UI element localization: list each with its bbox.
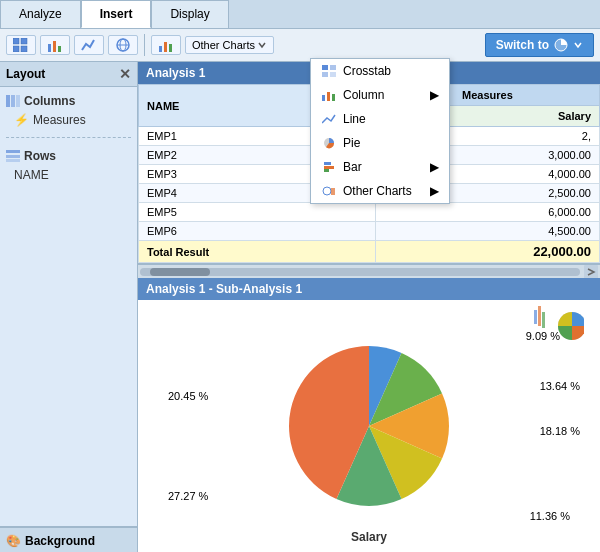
menu-label-other-charts: Other Charts bbox=[343, 184, 412, 198]
background-section-title: 🎨 Background bbox=[6, 534, 131, 548]
pie-chart-icon-menu bbox=[321, 135, 337, 151]
name-row-item[interactable]: NAME bbox=[6, 166, 131, 184]
label-9.09-text: 9.09 % bbox=[526, 330, 560, 342]
label-13.64: 13.64 % bbox=[540, 380, 580, 392]
line-chart-button[interactable] bbox=[74, 35, 104, 55]
scroll-right-button[interactable] bbox=[584, 265, 598, 279]
other-charts-label: Other Charts bbox=[192, 39, 255, 51]
grid-chart-button[interactable] bbox=[6, 35, 36, 55]
toolbar: Other Charts Switch to bbox=[0, 29, 600, 62]
svg-rect-16 bbox=[322, 72, 328, 77]
layout-title: Layout bbox=[6, 67, 45, 81]
separator bbox=[144, 34, 145, 56]
other-charts-button[interactable]: Other Charts bbox=[185, 36, 274, 54]
svg-rect-36 bbox=[538, 306, 541, 326]
menu-label-bar: Bar bbox=[343, 160, 362, 174]
menu-item-other-charts[interactable]: Other Charts ▶ bbox=[311, 179, 449, 203]
svg-rect-12 bbox=[169, 44, 172, 52]
label-9.09: 9.09 % bbox=[526, 330, 560, 342]
table-row: EMP6 4,500.00 bbox=[139, 222, 600, 241]
pie-chart-container: 9.09 % 13.64 % 18.18 % 11.36 % 27.27 % bbox=[148, 330, 590, 522]
total-row: Total Result 22,000.00 bbox=[139, 241, 600, 263]
toolbar-tabs: Analyze Insert Display bbox=[0, 0, 600, 29]
scrollbar-track bbox=[140, 268, 580, 276]
pie-chart-svg bbox=[289, 346, 449, 506]
svg-rect-33 bbox=[584, 265, 598, 279]
svg-rect-23 bbox=[324, 166, 334, 169]
label-11.36: 11.36 % bbox=[530, 510, 570, 522]
menu-item-pie[interactable]: Pie bbox=[311, 131, 449, 155]
menu-label-column: Column bbox=[343, 88, 384, 102]
sub-analysis-header: Analysis 1 - Sub-Analysis 1 bbox=[138, 278, 600, 300]
rows-section: Rows NAME bbox=[0, 142, 137, 188]
svg-rect-20 bbox=[332, 94, 335, 101]
crosstab-icon bbox=[321, 63, 337, 79]
menu-label-crosstab: Crosstab bbox=[343, 64, 391, 78]
svg-rect-27 bbox=[6, 95, 10, 107]
svg-rect-4 bbox=[48, 44, 51, 52]
background-section: 🎨 Background bbox=[0, 526, 137, 552]
svg-rect-30 bbox=[6, 150, 20, 153]
label-20.45: 20.45 % bbox=[168, 390, 208, 402]
horizontal-scrollbar[interactable] bbox=[138, 264, 600, 278]
svg-rect-14 bbox=[322, 65, 328, 70]
svg-rect-28 bbox=[11, 95, 15, 107]
svg-rect-10 bbox=[159, 46, 162, 52]
column-chart-icon-menu bbox=[321, 87, 337, 103]
other-charts-icon-menu bbox=[321, 183, 337, 199]
other-charts-submenu-arrow: ▶ bbox=[430, 184, 439, 198]
menu-item-column[interactable]: Column ▶ bbox=[311, 83, 449, 107]
tab-analyze[interactable]: Analyze bbox=[0, 0, 81, 28]
columns-section-title: Columns bbox=[6, 91, 131, 111]
total-value: 22,000.00 bbox=[375, 241, 599, 263]
menu-label-pie: Pie bbox=[343, 136, 360, 150]
bar-chart-icon-menu bbox=[321, 159, 337, 175]
svg-rect-26 bbox=[331, 188, 335, 195]
label-13.64-text: 13.64 % bbox=[540, 380, 580, 392]
pie-chart-mini-icon bbox=[553, 38, 569, 52]
svg-point-25 bbox=[323, 187, 331, 195]
menu-item-bar[interactable]: Bar ▶ bbox=[311, 155, 449, 179]
total-label: Total Result bbox=[139, 241, 376, 263]
layout-close-button[interactable]: ✕ bbox=[119, 66, 131, 82]
layout-panel: Layout ✕ Columns ⚡ Measures bbox=[0, 62, 138, 552]
menu-label-line: Line bbox=[343, 112, 366, 126]
line-chart-icon-menu bbox=[321, 111, 337, 127]
background-label: Background bbox=[25, 534, 95, 548]
column-chart-button[interactable] bbox=[151, 35, 181, 55]
scrollbar-thumb[interactable] bbox=[150, 268, 210, 276]
switch-to-button[interactable]: Switch to bbox=[485, 33, 594, 57]
emp5-salary: 6,000.00 bbox=[375, 203, 599, 222]
columns-title: Columns bbox=[24, 94, 75, 108]
measures-item[interactable]: ⚡ Measures bbox=[6, 111, 131, 129]
menu-item-crosstab[interactable]: Crosstab bbox=[311, 59, 449, 83]
svg-rect-31 bbox=[6, 155, 20, 158]
label-27.27-text: 27.27 % bbox=[168, 490, 208, 502]
tab-display[interactable]: Display bbox=[151, 0, 228, 28]
line-chart-icon bbox=[81, 38, 97, 52]
bar-chart-button[interactable] bbox=[40, 35, 70, 55]
globe-button[interactable] bbox=[108, 35, 138, 55]
panel-divider bbox=[6, 137, 131, 138]
label-18.18: 18.18 % bbox=[540, 425, 580, 437]
column-submenu-arrow: ▶ bbox=[430, 88, 439, 102]
emp6-name: EMP6 bbox=[139, 222, 376, 241]
emp5-name: EMP5 bbox=[139, 203, 376, 222]
label-20.45-text: 20.45 % bbox=[168, 390, 208, 402]
svg-rect-6 bbox=[58, 46, 61, 52]
svg-rect-2 bbox=[13, 46, 19, 52]
svg-rect-17 bbox=[330, 72, 336, 77]
grid-icon bbox=[13, 38, 29, 52]
svg-rect-32 bbox=[6, 159, 20, 162]
columns-section: Columns ⚡ Measures bbox=[0, 87, 137, 133]
chevron-down-icon bbox=[257, 41, 267, 49]
tab-insert[interactable]: Insert bbox=[81, 0, 152, 28]
bar-chart-icon bbox=[47, 38, 63, 52]
label-18.18-text: 18.18 % bbox=[540, 425, 580, 437]
rows-section-title: Rows bbox=[6, 146, 131, 166]
layout-panel-header: Layout ✕ bbox=[0, 62, 137, 87]
menu-item-line[interactable]: Line bbox=[311, 107, 449, 131]
chart-title-text: Salary bbox=[351, 530, 387, 544]
svg-rect-29 bbox=[16, 95, 20, 107]
emp6-salary: 4,500.00 bbox=[375, 222, 599, 241]
